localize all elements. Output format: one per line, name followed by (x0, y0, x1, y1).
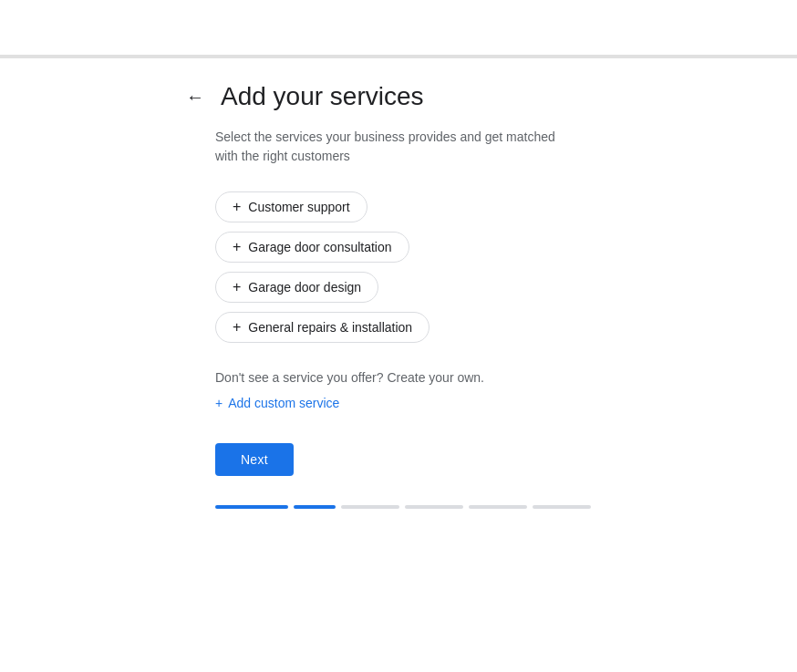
progress-segment-4 (405, 505, 463, 509)
service-chip-garage-door-design[interactable]: +Garage door design (215, 272, 378, 303)
progress-bar (182, 505, 591, 509)
plus-icon-custom: + (215, 396, 223, 410)
add-custom-service-button[interactable]: + Add custom service (182, 396, 339, 410)
page-container: ← Add your services Select the services … (0, 0, 797, 509)
header-row: ← Add your services (182, 82, 424, 111)
subtitle-text: Select the services your business provid… (182, 128, 574, 166)
service-chip-label: Garage door design (248, 280, 361, 295)
service-chip-garage-door-consultation[interactable]: +Garage door consultation (215, 232, 409, 263)
progress-segment-5 (469, 505, 527, 509)
services-list: +Customer support+Garage door consultati… (182, 191, 430, 343)
add-custom-service-label: Add custom service (228, 396, 339, 410)
progress-segment-1 (215, 505, 288, 509)
service-chip-label: Customer support (248, 200, 349, 214)
top-border (0, 55, 797, 58)
service-chip-label: Garage door consultation (248, 240, 391, 254)
progress-segment-3 (341, 505, 399, 509)
back-button[interactable]: ← (182, 83, 208, 111)
plus-icon: + (233, 200, 241, 214)
plus-icon: + (233, 240, 241, 254)
plus-icon: + (233, 280, 241, 295)
progress-segment-6 (533, 505, 591, 509)
progress-segment-2 (294, 505, 336, 509)
service-chip-label: General repairs & installation (248, 320, 412, 335)
service-chip-customer-support[interactable]: +Customer support (215, 191, 367, 222)
back-arrow-icon: ← (186, 87, 204, 108)
dont-see-text: Don't see a service you offer? Create yo… (182, 370, 484, 385)
service-chip-general-repairs-installation[interactable]: +General repairs & installation (215, 312, 430, 343)
page-title: Add your services (221, 82, 424, 111)
plus-icon: + (233, 320, 241, 335)
next-button[interactable]: Next (215, 443, 294, 476)
